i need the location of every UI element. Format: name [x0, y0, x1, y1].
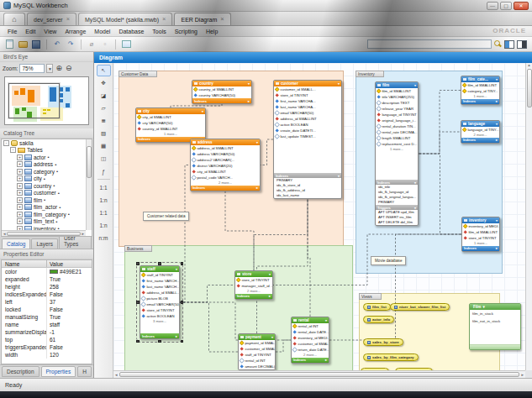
- er-column-rental-date[interactable]: rental_date DATE...: [292, 329, 329, 335]
- tree-item-film-text[interactable]: +film_text•: [2, 218, 86, 226]
- property-row-summarizedisplay[interactable]: summarizeDisplay-1: [2, 328, 92, 336]
- er-table-staff[interactable]: staff▾staff_id TINYINTfirst_name VARCH..…: [140, 265, 180, 339]
- section-indexes[interactable]: Indexes▸: [192, 98, 251, 103]
- relationship-payment-rental[interactable]: [276, 340, 291, 352]
- tab-close-icon[interactable]: ×: [66, 17, 70, 22]
- expand-icon[interactable]: +: [17, 183, 23, 189]
- section-indexes[interactable]: Indexes▸: [462, 246, 499, 251]
- zoom-tool-button[interactable]: ø: [86, 39, 97, 50]
- collapse-arrow-icon[interactable]: ▾: [256, 140, 258, 144]
- er-table-header[interactable]: language▾: [461, 121, 499, 127]
- er-column-description[interactable]: description TEXT: [376, 100, 418, 106]
- section-indexes[interactable]: Indexes▸: [461, 99, 499, 104]
- er-column-customer-id[interactable]: customer_id SMAL...: [292, 341, 329, 347]
- section-indexes[interactable]: Indexes▸: [191, 186, 260, 191]
- property-row-triggersexpanded[interactable]: triggersExpandedFalse: [2, 343, 92, 351]
- new-document-button[interactable]: [3, 39, 15, 50]
- note-customer-related-data[interactable]: Customer related data: [143, 212, 189, 221]
- er-column-address2[interactable]: address2 VARCHAR(...: [191, 157, 260, 163]
- redo-button[interactable]: ↷: [65, 39, 76, 50]
- rel-1-n-identifying-tool[interactable]: 1:n: [97, 219, 111, 231]
- routine-film-not-in-stock[interactable]: film_not_in_stock: [470, 317, 520, 325]
- section-expand-icon[interactable]: ▾: [414, 206, 416, 210]
- collapse-arrow-icon[interactable]: ▾: [338, 81, 340, 86]
- tree-item-sakila[interactable]: -sakila: [2, 139, 86, 147]
- selection-handle[interactable]: [181, 340, 184, 343]
- selection-handle[interactable]: [181, 301, 184, 304]
- er-table-header[interactable]: customer▾: [274, 81, 341, 86]
- menu-edit[interactable]: Edit: [21, 29, 40, 34]
- zoom-in-button[interactable]: ⊕: [55, 65, 63, 72]
- menu-scripting[interactable]: Scripting: [171, 29, 202, 34]
- section-expand-icon[interactable]: ▸: [256, 186, 258, 190]
- view-staff-list[interactable]: staff_list: [361, 368, 389, 370]
- table-tool[interactable]: ▦: [97, 140, 111, 152]
- hand-tool[interactable]: ✥: [97, 77, 111, 89]
- er-column-last-update[interactable]: last_update TIMEST...: [274, 134, 341, 139]
- view-tool[interactable]: ◫: [97, 153, 111, 165]
- section-expand-icon[interactable]: ▾: [338, 174, 340, 178]
- selection-handle[interactable]: [136, 340, 140, 343]
- section-expand-icon[interactable]: ▾: [414, 181, 416, 185]
- er-column-last-name[interactable]: last_name VARCH...: [140, 284, 179, 290]
- section-expand-icon[interactable]: ▸: [496, 99, 498, 103]
- er-table-inventory[interactable]: inventory▾inventory_id MEDI...film_id SM…: [461, 217, 500, 252]
- collapse-arrow-icon[interactable]: ▾: [248, 81, 250, 86]
- expand-icon[interactable]: +: [17, 212, 23, 217]
- collapse-arrow-icon[interactable]: ▾: [496, 122, 498, 126]
- er-column-first-name[interactable]: first_name VARCH...: [140, 278, 179, 284]
- scroll-right-arrow-icon[interactable]: ►: [82, 232, 85, 236]
- column-header-value[interactable]: Value: [47, 260, 92, 267]
- routine-film-in-stock[interactable]: film_in_stock: [470, 310, 520, 317]
- expand-icon[interactable]: +: [17, 169, 23, 175]
- tab-mysql-model-sakila-mwb[interactable]: MySQL Model* (sakila.mwb)×: [78, 13, 172, 25]
- catalog-tree-vertical-scrollbar[interactable]: [86, 139, 92, 230]
- maximize-button[interactable]: ▢: [500, 2, 512, 10]
- er-column-language-id[interactable]: language_id TINY...: [461, 127, 499, 133]
- property-row-locked[interactable]: lockedFalse: [2, 306, 92, 313]
- selection-handle[interactable]: [158, 340, 161, 343]
- scroll-left-arrow-icon[interactable]: ◄: [113, 373, 119, 377]
- er-table-header[interactable]: payment▾: [239, 334, 275, 340]
- er-column-last-name[interactable]: last_name VARCHA...: [274, 104, 341, 110]
- search-input[interactable]: [367, 39, 492, 49]
- menu-tools[interactable]: Tools: [148, 29, 170, 34]
- menu-model[interactable]: Model: [90, 29, 114, 34]
- section-indexes[interactable]: Indexes▸: [235, 294, 272, 299]
- undo-button[interactable]: ↶: [51, 39, 63, 50]
- er-table-country[interactable]: country▾country_id SMALLINTcountry VARCH…: [192, 80, 252, 104]
- property-row-expanded[interactable]: expandedTrue: [2, 275, 92, 283]
- collapse-arrow-icon[interactable]: ▾: [482, 305, 484, 309]
- menu-help[interactable]: Help: [202, 29, 222, 34]
- property-row-top[interactable]: top61: [2, 336, 92, 343]
- er-column-rental-rate[interactable]: rental_rate DECIMA...: [376, 129, 418, 135]
- section-item-idx-last-name[interactable]: idx_last_name: [274, 193, 341, 198]
- section-indexes[interactable]: Indexes▸: [461, 138, 499, 143]
- tree-item-country[interactable]: +country•: [2, 182, 86, 190]
- section-indexes[interactable]: Indexes▸: [140, 333, 179, 338]
- er-column-title[interactable]: title VARCHAR(255): [376, 94, 418, 100]
- er-column-manager-staff-id[interactable]: manager_staff_id ...: [235, 283, 272, 289]
- expand-icon[interactable]: +: [17, 197, 23, 203]
- collapse-arrow-icon[interactable]: ▾: [269, 272, 271, 276]
- relationship-payment-staff[interactable]: [180, 302, 238, 352]
- close-button[interactable]: ✕: [514, 2, 529, 10]
- er-column-city[interactable]: city VARCHAR(50): [136, 120, 205, 126]
- scroll-up-arrow-icon[interactable]: ▲: [526, 63, 532, 67]
- collapse-icon[interactable]: -: [3, 140, 9, 146]
- routine-group-header[interactable]: Film▾: [470, 304, 520, 310]
- er-column-amount[interactable]: amount DECIMAL(...: [239, 364, 275, 369]
- tree-item-category[interactable]: +category•: [2, 168, 86, 175]
- er-table-rental[interactable]: rental▾rental_id INTrental_date DATE...i…: [291, 317, 329, 364]
- er-column-inventory-id[interactable]: inventory_id MEDI...: [292, 335, 329, 341]
- property-row-indicesexpanded[interactable]: indicesExpandedFalse: [2, 291, 92, 298]
- menu-arrange[interactable]: Arrange: [61, 29, 90, 34]
- er-column-return-date[interactable]: return_date DATE...: [292, 347, 329, 353]
- er-table-header[interactable]: city▾: [136, 108, 205, 114]
- view-customer-list[interactable]: customer_list: [395, 368, 433, 370]
- relationship-rental-inventory[interactable]: [329, 234, 461, 340]
- tab-dev-server[interactable]: dev_server×: [27, 13, 76, 25]
- relationship-inventory-film[interactable]: [419, 154, 461, 234]
- minimap-viewport[interactable]: [8, 83, 60, 119]
- property-row-name[interactable]: namestaff: [2, 321, 92, 328]
